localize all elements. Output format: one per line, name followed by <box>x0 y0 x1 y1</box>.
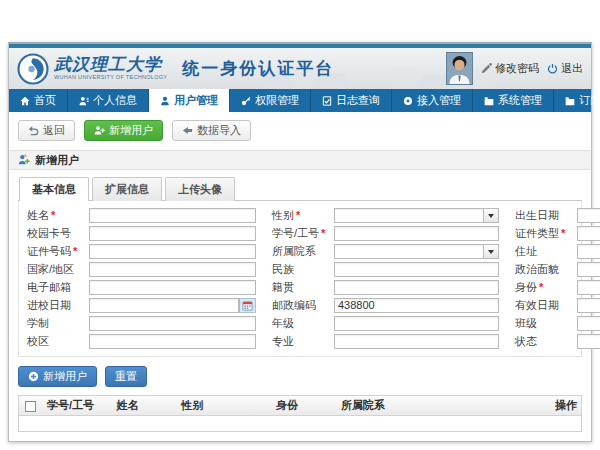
users-icon <box>160 96 170 106</box>
nav-tab-subscription[interactable]: 订阅管理 <box>554 89 600 112</box>
chevron-down-icon <box>488 214 494 221</box>
name-field: 姓名* <box>27 207 256 223</box>
data-import-button[interactable]: 数据导入 <box>172 120 251 141</box>
nav-tab-logs[interactable]: 日志查询 <box>311 89 392 112</box>
grade-field: 年级 <box>272 315 499 331</box>
status-label: 状态 <box>515 334 577 349</box>
required-asterisk: * <box>296 209 300 221</box>
campus-label: 校区 <box>27 334 89 349</box>
column-header-1: 姓名 <box>113 396 178 416</box>
nav-tab-access[interactable]: 接入管理 <box>392 89 473 112</box>
nav-tab-label: 权限管理 <box>255 93 299 108</box>
main-nav: 首页个人信息用户管理权限管理日志查询接入管理系统管理订阅管理 <box>9 89 591 112</box>
campus-card-field: 校园卡号 <box>27 225 256 241</box>
id-number-label: 证件号码* <box>27 244 89 259</box>
plus-circle-icon <box>28 371 39 382</box>
name-label: 姓名* <box>27 208 89 223</box>
home-icon <box>20 96 30 106</box>
native-place-input[interactable] <box>334 280 499 295</box>
submit-add-user-button[interactable]: 新增用户 <box>18 366 97 387</box>
enroll-date-input[interactable] <box>89 298 239 313</box>
identity-input[interactable] <box>577 280 600 295</box>
campus-input[interactable] <box>89 334 256 349</box>
table-empty-row <box>19 416 581 432</box>
valid-date-label: 有效日期 <box>515 298 577 313</box>
political-status-field: 政治面貌 <box>515 261 600 277</box>
grade-input[interactable] <box>334 316 499 331</box>
email-field: 电子邮箱 <box>27 279 256 295</box>
gender-dropdown-button[interactable] <box>484 208 499 223</box>
political-status-label: 政治面貌 <box>515 262 577 277</box>
enroll-date-label: 进校日期 <box>27 298 89 313</box>
nav-tab-label: 日志查询 <box>336 93 380 108</box>
ethnicity-input[interactable] <box>334 262 499 277</box>
name-input[interactable] <box>89 208 256 223</box>
gender-field: 性别* <box>272 207 499 223</box>
add-user-toolbar-label: 新增用户 <box>109 123 153 138</box>
nav-tab-users[interactable]: 用户管理 <box>149 89 230 112</box>
department-label: 所属院系 <box>272 244 334 259</box>
required-asterisk: * <box>73 245 77 257</box>
reset-button[interactable]: 重置 <box>105 366 147 387</box>
postal-code-input[interactable] <box>334 298 499 313</box>
id-number-input[interactable] <box>89 244 256 259</box>
native-place-label: 籍贯 <box>272 280 334 295</box>
address-input[interactable] <box>577 244 600 259</box>
nav-tab-label: 用户管理 <box>174 93 218 108</box>
department-dropdown-button[interactable] <box>484 244 499 259</box>
tab-basic-info[interactable]: 基本信息 <box>19 177 89 201</box>
change-password-link[interactable]: 修改密码 <box>481 61 539 76</box>
email-label: 电子邮箱 <box>27 280 89 295</box>
tab-upload-photo[interactable]: 上传头像 <box>165 177 235 201</box>
logout-label: 退出 <box>561 61 583 76</box>
new-user-section-icon <box>18 154 30 166</box>
department-input[interactable] <box>334 244 484 259</box>
nav-tab-home[interactable]: 首页 <box>9 89 68 112</box>
subscription-folder-icon <box>565 96 575 106</box>
schooling-length-input[interactable] <box>89 316 256 331</box>
postal-code-label: 邮政编码 <box>272 298 334 313</box>
header-user-area: 修改密码 退出 <box>446 52 583 85</box>
select-all-checkbox[interactable] <box>25 401 36 412</box>
ethnicity-field: 民族 <box>272 261 499 277</box>
system-folder-icon <box>484 96 494 106</box>
identity-label: 身份* <box>515 280 577 295</box>
student-id-input[interactable] <box>334 226 499 241</box>
enroll-date-calendar-button[interactable] <box>239 298 256 313</box>
section-title: 新增用户 <box>35 153 79 168</box>
student-id-field: 学号/工号* <box>272 225 499 241</box>
status-input[interactable] <box>577 334 600 349</box>
log-search-icon <box>322 96 332 106</box>
data-import-label: 数据导入 <box>197 123 241 138</box>
id-type-input[interactable] <box>577 226 600 241</box>
schooling-length-field: 学制 <box>27 315 256 331</box>
major-input[interactable] <box>334 334 499 349</box>
class-label: 班级 <box>515 316 577 331</box>
political-status-input[interactable] <box>577 262 600 277</box>
form-tabs: 基本信息扩展信息上传头像 <box>18 177 582 201</box>
country-label: 国家/地区 <box>27 262 89 277</box>
email-input[interactable] <box>89 280 256 295</box>
profile-icon <box>79 96 89 106</box>
select-all-header-cell <box>19 396 43 416</box>
logout-link[interactable]: 退出 <box>547 61 583 76</box>
gender-input[interactable] <box>334 208 484 223</box>
campus-card-input[interactable] <box>89 226 256 241</box>
section-bar: 新增用户 <box>9 150 591 170</box>
department-field: 所属院系 <box>272 243 499 259</box>
nav-tab-profile[interactable]: 个人信息 <box>68 89 149 112</box>
class-input[interactable] <box>577 316 600 331</box>
valid-date-input[interactable] <box>577 298 600 313</box>
back-button[interactable]: 返回 <box>18 120 75 141</box>
birth-date-input[interactable] <box>577 208 600 223</box>
university-name-block: 武汉理工大学 WUHAN UNIVERSITY OF TECHNOLOGY <box>54 56 167 81</box>
nav-tab-system[interactable]: 系统管理 <box>473 89 554 112</box>
tab-extended-info[interactable]: 扩展信息 <box>92 177 162 201</box>
campus-card-label: 校园卡号 <box>27 226 89 241</box>
status-field: 状态 <box>515 333 600 349</box>
add-user-toolbar-button[interactable]: 新增用户 <box>84 120 163 141</box>
column-header-4: 所属院系 <box>337 396 551 416</box>
country-input[interactable] <box>89 262 256 277</box>
identity-field: 身份* <box>515 279 600 295</box>
nav-tab-permissions[interactable]: 权限管理 <box>230 89 311 112</box>
